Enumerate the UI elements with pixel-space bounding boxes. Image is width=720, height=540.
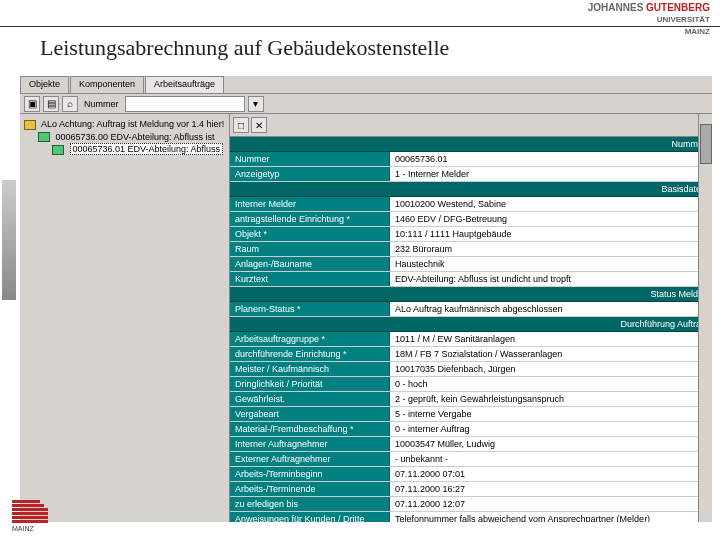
toolbar-btn-1[interactable]: ▣ <box>24 96 40 112</box>
detail-btn-2[interactable]: ✕ <box>251 117 267 133</box>
row-value[interactable]: 2 - geprüft, kein Gewährleistungsanspruc… <box>390 392 712 406</box>
form-row: Interner Melder10010200 Westend, Sabine <box>230 197 712 212</box>
tab-arbeitsauftraege[interactable]: Arbeitsaufträge <box>145 76 224 93</box>
row-value[interactable]: 10:111 / 1111 Hauptgebäude <box>390 227 712 241</box>
form-row: durchführende Einrichtung *18M / FB 7 So… <box>230 347 712 362</box>
toolbar-btn-3[interactable]: ⌕ <box>62 96 78 112</box>
row-value[interactable]: 07.11.2000 16:27 <box>390 482 712 496</box>
toolbar-nummer-label: Nummer <box>84 99 119 109</box>
row-label: Nummer <box>230 152 390 166</box>
row-value[interactable]: 0 - interner Auftrag <box>390 422 712 436</box>
row-value[interactable]: 0 - hoch <box>390 377 712 391</box>
row-label: Arbeits-/Terminbeginn <box>230 467 390 481</box>
row-value[interactable]: 07.11.2000 12:07 <box>390 497 712 511</box>
form-row: KurztextEDV-Abteilung: Abfluss ist undic… <box>230 272 712 287</box>
row-value[interactable]: 00065736.01 <box>390 152 712 166</box>
folder-icon <box>24 120 36 130</box>
row-label: Anlagen-/Bauname <box>230 257 390 271</box>
form-row: Anweisungen für Kunden / DritteTelefonnu… <box>230 512 712 522</box>
form-row: Objekt *10:111 / 1111 Hauptgebäude <box>230 227 712 242</box>
row-value[interactable]: - unbekannt - <box>390 452 712 466</box>
row-value[interactable]: 10003547 Müller, Ludwig <box>390 437 712 451</box>
form-row: Externer Auftragnehmer- unbekannt - <box>230 452 712 467</box>
form-row: Gewährleist.2 - geprüft, kein Gewährleis… <box>230 392 712 407</box>
detail-btn-1[interactable]: □ <box>233 117 249 133</box>
row-label: Arbeitsauftraggruppe * <box>230 332 390 346</box>
row-label: Dringlichkeit / Priorität <box>230 377 390 391</box>
row-label: Anzeigetyp <box>230 167 390 181</box>
row-label: zu erledigen bis <box>230 497 390 511</box>
toolbar-nummer-input[interactable] <box>125 96 245 112</box>
scrollbar-vertical[interactable] <box>698 114 712 522</box>
page-title: Leistungsabrechnung auf Gebäudekostenste… <box>40 35 700 61</box>
form-row: Arbeitsauftraggruppe *1011 / M / EW Sani… <box>230 332 712 347</box>
row-label: Planern-Status * <box>230 302 390 316</box>
row-value[interactable]: 10010200 Westend, Sabine <box>390 197 712 211</box>
row-value[interactable]: 1 - Interner Melder <box>390 167 712 181</box>
tree-node-child-1[interactable]: 00065736.00 EDV-Abteilung: Abfluss ist <box>38 131 225 144</box>
tab-komponenten[interactable]: Komponenten <box>70 76 144 93</box>
folder-icon <box>52 145 64 155</box>
row-label: Anweisungen für Kunden / Dritte <box>230 512 390 522</box>
row-value[interactable]: ALo Auftrag kaufmännisch abgeschlossen <box>390 302 712 316</box>
section-header: Status Melder <box>230 287 712 302</box>
toolbar-dropdown-icon[interactable]: ▾ <box>248 96 264 112</box>
section-header: Nummer <box>230 137 712 152</box>
row-label: Interner Melder <box>230 197 390 211</box>
row-value[interactable]: 1460 EDV / DFG-Betreuung <box>390 212 712 226</box>
section-header: Durchführung Auftrag <box>230 317 712 332</box>
row-label: Arbeits-/Terminende <box>230 482 390 496</box>
row-label: Raum <box>230 242 390 256</box>
row-value[interactable]: 1011 / M / EW Sanitäranlagen <box>390 332 712 346</box>
form-row: Nummer00065736.01 <box>230 152 712 167</box>
form-row: Meister / Kaufmännisch10017035 Diefenbac… <box>230 362 712 377</box>
form-row: zu erledigen bis07.11.2000 12:07 <box>230 497 712 512</box>
row-label: Interner Auftragnehmer <box>230 437 390 451</box>
decorative-sidebar <box>2 180 16 300</box>
toolbar: ▣ ▤ ⌕ Nummer ▾ <box>20 94 712 114</box>
detail-panel: □ ✕ NummerNummer00065736.01Anzeigetyp1 -… <box>230 114 712 522</box>
row-label: Kurztext <box>230 272 390 286</box>
form-row: Material-/Fremdbeschaffung *0 - interner… <box>230 422 712 437</box>
row-label: Objekt * <box>230 227 390 241</box>
folder-icon <box>38 132 50 142</box>
row-label: antragstellende Einrichtung * <box>230 212 390 226</box>
form-row: Arbeits-/Terminbeginn07.11.2000 07:01 <box>230 467 712 482</box>
brand-logo-top: JOHANNES GUTENBERG UNIVERSITÄT MAINZ <box>588 2 710 37</box>
tab-bar: Objekte Komponenten Arbeitsaufträge <box>20 76 712 94</box>
row-value[interactable]: EDV-Abteilung: Abfluss ist undicht und t… <box>390 272 712 286</box>
tab-objekte[interactable]: Objekte <box>20 76 69 93</box>
form-row: Arbeits-/Terminende07.11.2000 16:27 <box>230 482 712 497</box>
row-label: Meister / Kaufmännisch <box>230 362 390 376</box>
form-row: Planern-Status *ALo Auftrag kaufmännisch… <box>230 302 712 317</box>
toolbar-btn-2[interactable]: ▤ <box>43 96 59 112</box>
form-row: Interner Auftragnehmer10003547 Müller, L… <box>230 437 712 452</box>
row-value[interactable]: 5 - interne Vergabe <box>390 407 712 421</box>
row-label: Gewährleist. <box>230 392 390 406</box>
tree-node-root[interactable]: ALo Achtung: Auftrag ist Meldung vor 1.4… <box>24 118 225 131</box>
row-label: Vergabeart <box>230 407 390 421</box>
form-row: Vergabeart5 - interne Vergabe <box>230 407 712 422</box>
row-value[interactable]: Haustechnik <box>390 257 712 271</box>
detail-toolbar: □ ✕ <box>230 114 712 137</box>
section-header: Basisdaten <box>230 182 712 197</box>
row-value[interactable]: 18M / FB 7 Sozialstation / Wasseranlagen <box>390 347 712 361</box>
form-row: Raum232 Büroraum <box>230 242 712 257</box>
scrollbar-thumb[interactable] <box>700 124 712 164</box>
tree-panel: ALo Achtung: Auftrag ist Meldung vor 1.4… <box>20 114 230 522</box>
app-window: Objekte Komponenten Arbeitsaufträge ▣ ▤ … <box>20 76 712 522</box>
row-value[interactable]: 232 Büroraum <box>390 242 712 256</box>
form-row: Anzeigetyp1 - Interner Melder <box>230 167 712 182</box>
tree-node-child-2[interactable]: 00065736.01 EDV-Abteilung: Abfluss <box>52 143 225 156</box>
brand-logo-bottom: MAINZ <box>12 500 52 536</box>
row-value[interactable]: 10017035 Diefenbach, Jürgen <box>390 362 712 376</box>
form-row: Anlagen-/BaunameHaustechnik <box>230 257 712 272</box>
row-value[interactable]: 07.11.2000 07:01 <box>390 467 712 481</box>
form-row: Dringlichkeit / Priorität0 - hoch <box>230 377 712 392</box>
row-label: Material-/Fremdbeschaffung * <box>230 422 390 436</box>
content-area: ALo Achtung: Auftrag ist Meldung vor 1.4… <box>20 114 712 522</box>
form-row: antragstellende Einrichtung *1460 EDV / … <box>230 212 712 227</box>
row-value[interactable]: Telefonnummer falls abweichend vom Anspr… <box>390 512 712 522</box>
row-label: durchführende Einrichtung * <box>230 347 390 361</box>
row-label: Externer Auftragnehmer <box>230 452 390 466</box>
